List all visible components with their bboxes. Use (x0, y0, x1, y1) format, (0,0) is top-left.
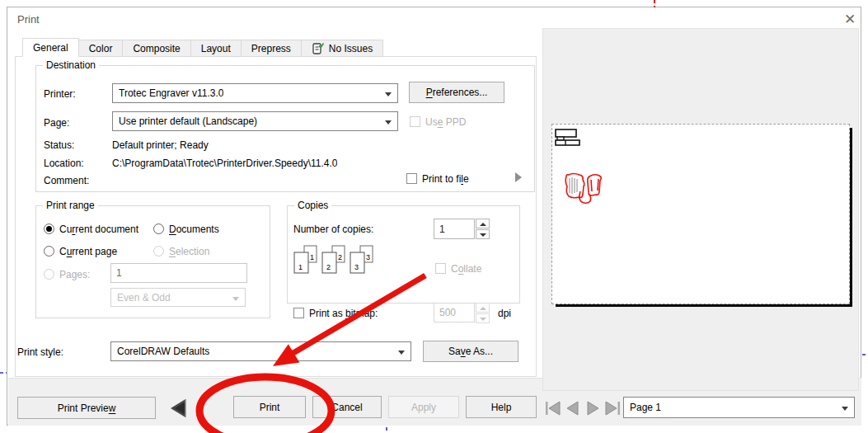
tab-color[interactable]: Color (79, 40, 124, 57)
print-button[interactable]: Print (233, 396, 306, 418)
pages-input[interactable] (110, 263, 247, 283)
collate-checkbox (435, 263, 446, 274)
dropdown-arrow-icon (398, 351, 405, 355)
documents-label: Documents (169, 224, 219, 235)
pages-radio (44, 269, 54, 280)
current-document-label: Current document (59, 224, 138, 235)
tab-no-issues[interactable]: No Issues (302, 40, 383, 57)
selection-label: Selection (169, 246, 209, 257)
last-page-icon (618, 402, 621, 415)
svg-text:3: 3 (354, 263, 359, 271)
copies-group-label: Copies (294, 200, 331, 211)
apply-button: Apply (388, 396, 459, 418)
dropdown-arrow-icon (232, 297, 239, 301)
page-size-select[interactable]: Use printer default (Landscape) (112, 111, 398, 131)
print-to-file-label: Print to file (422, 173, 469, 185)
current-page-label: Current page (59, 246, 117, 257)
help-button[interactable]: Help (466, 396, 537, 418)
location-label: Location: (44, 158, 84, 169)
svg-text:3: 3 (366, 253, 370, 261)
artwork-outline-glyph (564, 170, 607, 206)
comment-label: Comment: (44, 175, 89, 186)
first-page-icon (546, 402, 548, 415)
spinner-up-icon (476, 303, 490, 313)
svg-text:1: 1 (310, 253, 314, 261)
preferences-button[interactable]: Preferences... (409, 82, 504, 103)
dropdown-arrow-icon (385, 120, 392, 125)
preview-panel (542, 28, 859, 391)
dropdown-arrow-icon (385, 92, 392, 96)
preview-page (551, 124, 850, 304)
copies-spinner[interactable] (476, 219, 490, 239)
save-as-button[interactable]: Save As... (423, 341, 518, 362)
print-to-file-checkbox[interactable] (406, 173, 417, 184)
current-page-radio[interactable] (44, 246, 54, 257)
dpi-spinner (476, 303, 490, 323)
copies-input[interactable] (434, 219, 475, 239)
current-document-radio[interactable] (44, 224, 54, 234)
printer-select[interactable]: Trotec Engraver v11.3.0 (112, 83, 398, 103)
status-label: Status: (44, 139, 74, 151)
selection-radio (153, 246, 164, 257)
tab-composite[interactable]: Composite (123, 40, 190, 57)
spinner-down-icon[interactable] (476, 229, 490, 239)
tab-general[interactable]: General (22, 38, 79, 57)
collate-pages-icon: 1 1 2 2 3 3 (293, 244, 376, 284)
tab-layout[interactable]: Layout (191, 40, 242, 57)
dropdown-arrow-icon (842, 407, 848, 411)
print-to-file-flyout-icon[interactable] (515, 172, 522, 182)
even-odd-select: Even & Odd (110, 288, 246, 307)
printer-label: Printer: (44, 88, 76, 100)
destination-group-label: Destination (43, 59, 99, 71)
pages-label: Pages: (59, 269, 90, 280)
documents-radio[interactable] (153, 224, 164, 234)
cancel-button[interactable]: Cancel (312, 396, 382, 418)
location-value: C:\ProgramData\Trotec\PrinterDriver.Spee… (112, 158, 337, 169)
svg-text:1: 1 (298, 263, 303, 271)
machine-outline-glyph (555, 129, 586, 147)
svg-text:2: 2 (338, 253, 342, 261)
print-preview-button[interactable]: Print Preview (17, 397, 156, 419)
number-of-copies-label: Number of copies: (293, 224, 373, 235)
spinner-down-icon (476, 313, 490, 323)
print-dialog-window: Print ✕ General Color Composite Layout P… (7, 7, 861, 426)
print-style-label: Print style: (17, 346, 63, 358)
print-style-select[interactable]: CorelDRAW Defaults (110, 341, 411, 361)
page-label: Page: (44, 117, 69, 129)
print-range-group-label: Print range (43, 200, 98, 211)
page-nav-icons (545, 399, 621, 417)
tab-prepress[interactable]: Prepress (242, 40, 302, 57)
spinner-up-icon[interactable] (476, 219, 490, 228)
dpi-unit-label: dpi (498, 308, 511, 319)
use-ppd-label: Use PPD (425, 116, 466, 128)
print-dialog-screen: Print ✕ General Color Composite Layout P… (0, 0, 868, 433)
collate-label: Collate (451, 263, 481, 275)
svg-text:2: 2 (326, 263, 331, 271)
collapse-preview-chevron-icon[interactable] (167, 398, 189, 418)
dpi-input (434, 303, 475, 322)
print-as-bitmap-checkbox[interactable] (293, 308, 304, 318)
tab-strip: General Color Composite Layout Prepress … (22, 38, 383, 57)
issues-checklist-icon (312, 42, 325, 55)
use-ppd-checkbox (410, 116, 420, 127)
dialog-title: Print (17, 13, 40, 26)
status-value: Default printer; Ready (112, 139, 209, 151)
print-as-bitmap-label: Print as bitmap: (309, 308, 378, 319)
page-select[interactable]: Page 1 (623, 397, 855, 418)
close-icon[interactable]: ✕ (841, 11, 859, 29)
